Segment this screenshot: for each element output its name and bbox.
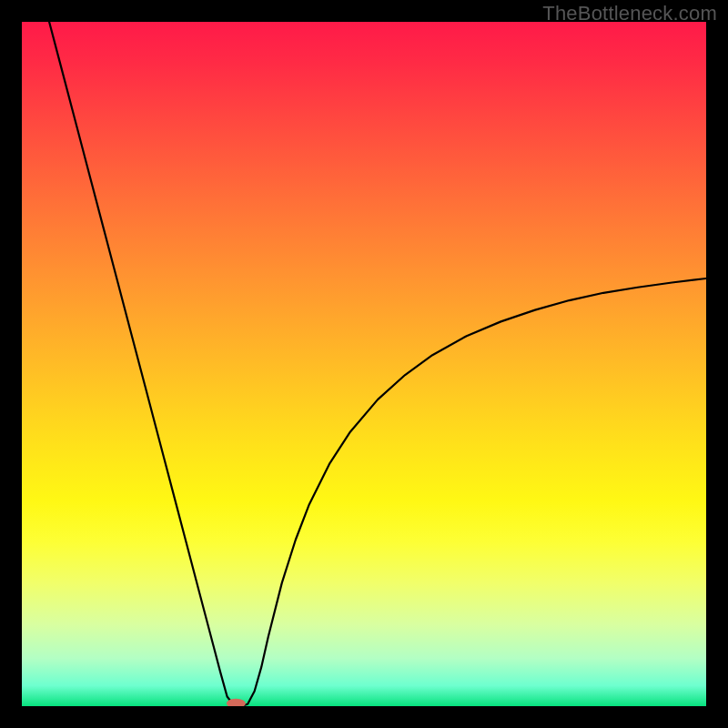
watermark: TheBottleneck.com	[542, 2, 717, 25]
bottleneck-chart	[22, 22, 706, 706]
plot-area	[22, 22, 706, 706]
gradient-background	[22, 22, 706, 706]
chart-frame: TheBottleneck.com	[0, 0, 728, 728]
